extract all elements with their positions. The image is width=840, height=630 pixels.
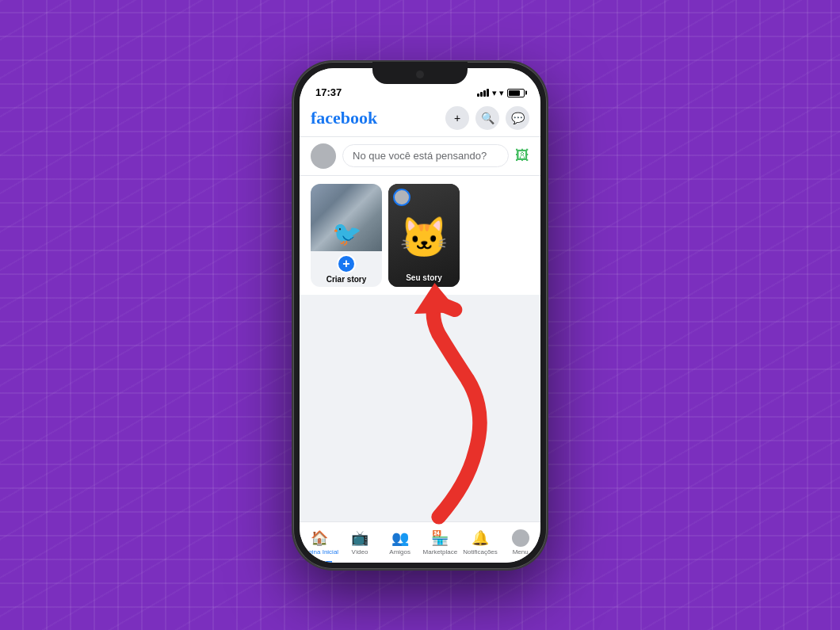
- battery-fill: [509, 90, 520, 96]
- story-create-bottom: + Criar story: [311, 251, 382, 287]
- post-placeholder: No que você está pensando?: [353, 150, 487, 162]
- home-icon: 🏠: [311, 529, 328, 547]
- search-icon: 🔍: [481, 112, 494, 124]
- home-label: Página Inicial: [301, 548, 339, 556]
- status-time: 17:37: [315, 86, 342, 98]
- create-plus-button: +: [337, 254, 356, 273]
- notifications-icon: 🔔: [472, 529, 489, 547]
- phone-wrapper: 17:37 ▾ ▾ facebook +: [293, 62, 547, 569]
- nav-notifications[interactable]: 🔔 Notificações: [460, 522, 501, 563]
- battery-icon: [507, 89, 525, 97]
- marketplace-icon: 🏪: [431, 529, 449, 547]
- header-icons: + 🔍 💬: [445, 106, 529, 130]
- wifi-icon: ▾ ▾: [492, 88, 504, 98]
- notch-camera: [416, 71, 424, 78]
- messenger-icon: 💬: [511, 112, 525, 124]
- friends-label: Amigos: [389, 548, 410, 556]
- marketplace-label: Marketplace: [423, 548, 458, 556]
- notifications-label: Notificações: [463, 548, 498, 556]
- search-button[interactable]: 🔍: [475, 106, 499, 130]
- nav-marketplace[interactable]: 🏪 Marketplace: [420, 522, 460, 563]
- post-box: No que você está pensando? 🖼: [300, 136, 540, 176]
- notch: [372, 62, 468, 84]
- add-icon: +: [454, 112, 460, 124]
- nav-home[interactable]: 🏠 Página Inicial: [300, 522, 340, 563]
- stories-section: + Criar story Seu story: [300, 176, 540, 295]
- bottom-nav: 🏠 Página Inicial 📺 Vídeo 👥 Amigos 🏪 Mark…: [300, 521, 540, 563]
- story-image-bird: [311, 184, 382, 251]
- post-input[interactable]: No que você está pensando?: [342, 144, 509, 167]
- nav-friends[interactable]: 👥 Amigos: [380, 522, 420, 563]
- video-icon: 📺: [351, 529, 368, 547]
- nav-video[interactable]: 📺 Vídeo: [340, 522, 380, 563]
- add-button[interactable]: +: [445, 106, 469, 130]
- my-story-card[interactable]: Seu story: [388, 184, 460, 287]
- nav-menu[interactable]: Menu: [500, 522, 540, 563]
- content-area: [300, 295, 540, 521]
- facebook-logo: facebook: [311, 108, 377, 128]
- photo-icon: 🖼: [515, 147, 529, 164]
- user-avatar: [311, 143, 336, 169]
- video-label: Vídeo: [352, 548, 368, 556]
- menu-label: Menu: [513, 548, 529, 556]
- create-story-card[interactable]: + Criar story: [311, 184, 382, 287]
- screen: 17:37 ▾ ▾ facebook +: [300, 68, 540, 563]
- facebook-header: facebook + 🔍 💬: [300, 103, 540, 136]
- friends-icon: 👥: [391, 529, 409, 547]
- menu-avatar: [512, 529, 529, 547]
- signal-icon: [477, 89, 489, 97]
- messenger-button[interactable]: 💬: [506, 106, 529, 130]
- status-icons: ▾ ▾: [477, 88, 525, 98]
- story-user-avatar: [393, 189, 410, 206]
- create-story-label: Criar story: [326, 275, 367, 284]
- my-story-label: Seu story: [388, 273, 460, 282]
- phone-device: 17:37 ▾ ▾ facebook +: [293, 62, 547, 569]
